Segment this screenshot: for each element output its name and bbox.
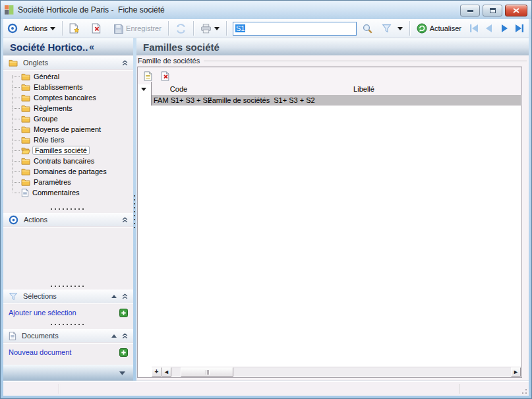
sidebar-item-general[interactable]: Général <box>7 71 129 82</box>
toolbar-separator <box>168 21 169 36</box>
groupbox-label: Famille de sociétés <box>138 57 200 65</box>
minimize-button[interactable] <box>460 5 480 16</box>
scroll-left-button[interactable]: ◄ <box>162 367 171 377</box>
search-input[interactable]: S1 <box>233 22 357 36</box>
filter-button[interactable] <box>378 22 406 34</box>
print-button[interactable] <box>197 22 223 35</box>
actions-section-header[interactable]: Actions <box>3 213 133 227</box>
section-splitter[interactable] <box>3 323 133 326</box>
refresh-button[interactable] <box>172 22 190 35</box>
pane-splitter[interactable] <box>134 195 135 230</box>
status-divider <box>459 384 459 394</box>
collapse-chevron-icon[interactable] <box>122 293 128 299</box>
scrollbar-track[interactable] <box>233 367 511 377</box>
tree-connector <box>13 182 20 183</box>
delete-family-button[interactable] <box>159 69 172 82</box>
sidebar-item-parametres[interactable]: Paramètres <box>7 177 129 187</box>
add-selection-link[interactable]: Ajouter une sélection <box>9 309 76 317</box>
onglets-section-header[interactable]: Onglets <box>3 56 133 70</box>
collapse-chevron-icon[interactable] <box>122 333 128 339</box>
actions-label: Actions <box>24 216 47 224</box>
refresh-green-icon <box>417 23 427 34</box>
sidebar-item-etablissements[interactable]: Etablissements <box>7 82 129 92</box>
add-family-button[interactable] <box>141 69 154 82</box>
app-window: Société Horticole de Paris - Fiche socié… <box>0 0 532 399</box>
sidebar-collapse-button[interactable]: « <box>89 42 94 52</box>
actualiser-label: Actualiser <box>430 24 461 32</box>
tree-connector <box>13 87 20 88</box>
sidebar-item-comptes-bancaires[interactable]: Comptes bancaires <box>7 92 129 103</box>
column-header-code[interactable]: Code <box>152 85 206 95</box>
scroll-up-icon[interactable] <box>111 295 117 298</box>
tree-connector <box>13 108 20 109</box>
sidebar-item-domaines-de-partages[interactable]: Domaines de partages <box>7 166 129 177</box>
search-button[interactable] <box>359 22 376 35</box>
sidebar-item-familles-societe[interactable]: Familles société <box>7 145 129 156</box>
familles-panel: Code Libellé FAM S1+ S3 + S2 Famille de … <box>137 67 522 378</box>
folder-icon <box>21 125 30 133</box>
sidebar-item-commentaires[interactable]: Commentaires <box>7 187 129 198</box>
window-title: Société Horticole de Paris - Fiche socié… <box>18 5 165 15</box>
new-document-button[interactable] <box>119 348 128 357</box>
sidebar-item-moyens-de-paiement[interactable]: Moyens de paiement <box>7 124 129 135</box>
close-button[interactable] <box>505 5 527 16</box>
add-row-button[interactable]: + <box>152 367 162 377</box>
scroll-up-icon[interactable] <box>111 334 117 338</box>
actions-menu-label: Actions <box>24 24 47 32</box>
horizontal-scrollbar[interactable]: + ◄ ► <box>152 367 521 377</box>
tree-connector <box>13 171 20 172</box>
new-record-button[interactable] <box>66 22 83 35</box>
new-document-icon <box>144 71 152 81</box>
scroll-right-button[interactable]: ► <box>511 367 521 377</box>
status-bar <box>3 381 529 396</box>
nav-previous-button[interactable] <box>484 24 494 33</box>
folder-icon <box>21 168 30 175</box>
collapse-chevron-icon[interactable] <box>122 217 128 223</box>
folder-icon <box>21 94 30 102</box>
tree-connector <box>13 98 20 98</box>
cell-libelle: Famille de sociétés S1+ S3 + S2 <box>208 96 315 104</box>
sidebar-item-role-tiers[interactable]: Rôle tiers <box>7 135 129 145</box>
actions-menu-button[interactable]: Actions <box>20 23 59 34</box>
sidebar-item-contrats-bancaires[interactable]: Contrats bancaires <box>7 156 129 166</box>
new-document-link[interactable]: Nouveau document <box>9 348 71 356</box>
folder-icon <box>21 115 30 123</box>
collapse-chevron-icon[interactable] <box>122 60 128 66</box>
restore-button[interactable] <box>483 5 502 16</box>
column-header-libelle[interactable]: Libellé <box>206 85 522 95</box>
cell-code: FAM S1+ S3 + S2 <box>154 96 206 104</box>
scrollbar-thumb[interactable] <box>181 367 233 377</box>
sidebar-item-reglements[interactable]: Règlements <box>7 103 129 113</box>
search-value: S1 <box>235 24 245 32</box>
table-row[interactable]: FAM S1+ S3 + S2 Famille de sociétés S1+ … <box>152 95 521 106</box>
add-selection-button[interactable] <box>119 309 128 317</box>
sidebar-bottom-bar[interactable] <box>3 365 133 381</box>
documents-section-header[interactable]: Documents <box>3 329 133 343</box>
actualiser-button[interactable]: Actualiser <box>413 22 465 35</box>
selections-section-header[interactable]: Sélections <box>3 290 133 303</box>
chevron-down-icon <box>50 27 55 30</box>
resize-grip[interactable] <box>519 386 527 394</box>
chevron-down-icon <box>119 371 125 375</box>
sidebar-item-label: Comptes bancaires <box>32 94 98 102</box>
section-splitter[interactable] <box>3 285 133 288</box>
magnifier-icon <box>363 24 372 34</box>
delete-record-button[interactable] <box>88 22 105 35</box>
arrow-left-icon: ◄ <box>163 369 169 375</box>
printer-icon <box>200 24 212 34</box>
sidebar-item-label: Domaines de partages <box>32 168 108 175</box>
close-icon <box>513 8 519 13</box>
folder-icon <box>21 104 30 112</box>
onglets-label: Onglets <box>23 59 48 67</box>
sidebar-item-label: Commentaires <box>31 189 81 197</box>
arrow-right-icon: ► <box>513 369 519 375</box>
nav-last-button[interactable] <box>514 24 525 33</box>
title-bar: Société Horticole de Paris - Fiche socié… <box>1 1 531 19</box>
table-toolbar <box>138 67 521 84</box>
save-button[interactable]: Enregistrer <box>110 22 165 35</box>
section-splitter[interactable] <box>3 208 133 210</box>
nav-first-button[interactable] <box>469 24 479 33</box>
sidebar-item-groupe[interactable]: Groupe <box>7 113 129 124</box>
document-icon <box>9 332 16 340</box>
nav-next-button[interactable] <box>499 24 510 33</box>
